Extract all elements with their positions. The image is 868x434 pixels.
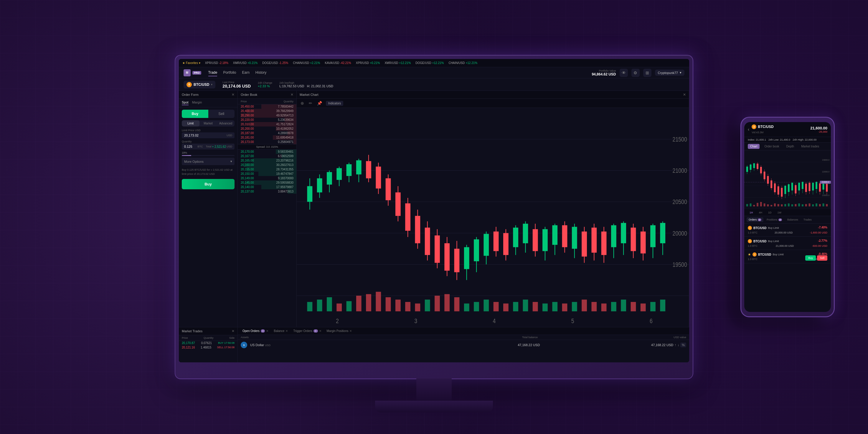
mobile-tab-orders[interactable]: Orders 3 <box>747 217 764 222</box>
balance-close[interactable]: ✕ <box>285 329 288 332</box>
ticker-item[interactable]: CHAIN/USD +12.21% <box>448 61 477 64</box>
mobile-tab-chart[interactable]: Chart <box>748 144 760 149</box>
limit-price-input[interactable]: 20,173.02 USD <box>182 133 235 138</box>
ob-sell-row[interactable]: 20,310.00 41.75172824 <box>238 122 297 126</box>
mobile-time-1w[interactable]: 1W <box>776 210 783 215</box>
market-trade-row[interactable]: 20,121.16 1.46815 SELL 17:56:08 <box>179 345 238 350</box>
ob-sell-row[interactable]: 20,181.00 11.69549418 <box>238 135 297 140</box>
market-trades-close[interactable]: ✕ <box>231 329 235 333</box>
mobile-time-1d[interactable]: 1D <box>766 210 773 215</box>
ob-qty: 10.41982052 <box>276 127 293 130</box>
svg-rect-83 <box>327 297 332 311</box>
ob-buy-row[interactable]: 20,150.00 19.46747847 <box>238 172 297 176</box>
mobile-tab-trades[interactable]: Trades <box>801 217 814 222</box>
tab-advanced[interactable]: Advanced <box>217 120 235 126</box>
place-order-button[interactable]: Buy <box>182 179 235 189</box>
nav-link-trade[interactable]: Trade <box>208 69 217 76</box>
ob-buy-row[interactable]: 20,167.00 6.59652599 <box>238 154 297 158</box>
svg-rect-58 <box>552 225 557 245</box>
draw-icon[interactable]: ✏ <box>308 100 313 107</box>
ticker-item[interactable]: DOGE/USD +12.21% <box>415 61 444 64</box>
mobile-time-1h[interactable]: 1H <box>748 210 755 215</box>
mobile-back-button[interactable]: ‹ <box>748 127 749 132</box>
settings-icon-btn[interactable]: ⚙ <box>631 69 640 77</box>
chart-title: Market Chart <box>300 93 318 96</box>
down-arrow-icon[interactable]: ↓ <box>677 343 679 347</box>
pair-selector[interactable]: ₿ BTC/USD ▾ <box>184 81 215 88</box>
annotate-icon[interactable]: 📌 <box>316 100 323 107</box>
ticker-change: +12.21% <box>399 61 411 64</box>
market-trade-row[interactable]: 20,170.87 0.07621 BUY 17:56:08 <box>179 341 238 345</box>
user-badge[interactable]: Cryptopunk77 ▾ <box>655 69 685 76</box>
up-arrow-icon[interactable]: ↑ <box>675 343 676 347</box>
mobile-order-item: ₿ BTC/USD Buy Limit -2.77% 1.0 BTC 21,00… <box>744 237 831 250</box>
ticker-item[interactable]: XPR/USD +0.21% <box>356 61 380 64</box>
tab-market[interactable]: Market <box>199 120 217 126</box>
ob-buy-row[interactable]: 20,137.00 3.88473913 <box>238 189 297 194</box>
order-form-close[interactable]: ✕ <box>231 93 235 97</box>
ticker-item[interactable]: CHAIN/USD +2.21% <box>293 61 320 64</box>
mobile-buy-button[interactable]: Buy <box>805 255 816 261</box>
quantity-slider[interactable]: 18% <box>182 151 235 156</box>
order-book-close[interactable]: ✕ <box>290 93 293 97</box>
ob-buy-row[interactable]: 20,149.00 9.18370000 <box>238 176 297 180</box>
favorites-button[interactable]: ★ Favorites ▾ <box>182 61 200 64</box>
ticker-item[interactable]: XMR/USD +0.21% <box>233 61 257 64</box>
mobile-tab-balances[interactable]: Balances <box>785 217 800 222</box>
mt-qty: 1.46815 <box>200 346 211 349</box>
ticker-item[interactable]: DOGE/USD -1.25% <box>262 61 288 64</box>
ob-buy-row[interactable]: 20,160.00 30.26027613 <box>238 163 297 167</box>
order-star-icon: ★ <box>748 252 751 257</box>
grid-icon-btn[interactable]: ⊞ <box>643 69 651 77</box>
trigger-orders-close[interactable]: ✕ <box>319 329 321 332</box>
tab-open-orders[interactable]: Open Orders 3 ✕ <box>240 328 271 334</box>
crosshair-icon[interactable]: ⊕ <box>300 100 305 107</box>
ob-buy-row[interactable]: 20,145.00 29.59558830 <box>238 180 297 185</box>
ob-buy-row[interactable]: 20,165.00 23.20798216 <box>238 158 297 163</box>
ob-sell-row[interactable]: 20,200.00 10.41982052 <box>238 126 297 131</box>
ob-sell-row[interactable]: 20,220.00 5.23639634 <box>238 118 297 122</box>
tab-limit[interactable]: Limit <box>182 120 199 126</box>
svg-rect-92 <box>415 303 421 311</box>
svg-rect-150 <box>774 183 776 192</box>
ob-buy-row[interactable]: 20,140.00 17.95979887 <box>238 185 297 189</box>
sell-button[interactable]: Sell <box>208 110 235 118</box>
ob-buy-row[interactable]: 20,155.00 28.73431355 <box>238 167 297 172</box>
tab-balance[interactable]: Balance ✕ <box>271 328 290 334</box>
mobile-tab-positions[interactable]: Positions 2 <box>765 217 784 222</box>
mobile-tab-market-trades[interactable]: Market trades <box>799 144 822 149</box>
ticker-pair: CHAIN/USD <box>448 61 465 64</box>
mobile-tab-orderbook[interactable]: Order book <box>762 144 781 149</box>
tab-margin[interactable]: Margin <box>192 100 202 105</box>
ob-sell-row[interactable]: 20,173.00 0.25804971 <box>238 140 297 144</box>
nav-logo[interactable]: M PRO <box>184 69 201 76</box>
ob-sell-row[interactable]: 20,450.00 7.78583442 <box>238 105 297 109</box>
tab-margin-positions[interactable]: Margin Positions ✕ <box>324 328 354 334</box>
mobile-time-4h[interactable]: 4H <box>757 210 764 215</box>
ticker-item[interactable]: KAVA/USD -42.21% <box>325 61 351 64</box>
ob-sell-row[interactable]: 20,187.00 4.28909978 <box>238 131 297 135</box>
nav-link-portfolio[interactable]: Portfolio <box>223 69 236 76</box>
ticker-item[interactable]: XPR/USD -2.18% <box>205 61 228 64</box>
nav-link-history[interactable]: History <box>255 69 266 76</box>
ticker-item[interactable]: XMR/USD +12.21% <box>384 61 411 64</box>
more-options-button[interactable]: More Options ▾ <box>182 158 235 165</box>
open-orders-close[interactable]: ✕ <box>266 329 269 332</box>
display-icon-btn[interactable]: 👁 <box>620 69 628 77</box>
mobile-order-item: ₿ BTC/USD Buy Limit -7.40% 1.0 BTC 20,00… <box>744 224 831 237</box>
tab-trigger-orders[interactable]: Trigger Orders 0 ✕ <box>291 328 323 334</box>
tab-spot[interactable]: Spot <box>182 100 189 105</box>
mobile-tab-depth[interactable]: Depth <box>784 144 797 149</box>
chart-close[interactable]: ✕ <box>683 93 686 97</box>
ob-buy-row[interactable]: 20,170.00 9.58339481 <box>238 149 297 154</box>
buy-button[interactable]: Buy <box>182 110 208 118</box>
svg-rect-18 <box>356 161 362 175</box>
quantity-input[interactable]: 0.125 BTC Total + 2,521.62 USD <box>182 144 235 149</box>
mobile-sell-button[interactable]: Sell <box>817 255 827 261</box>
percent-toggle[interactable]: % <box>680 343 686 347</box>
nav-link-earn[interactable]: Earn <box>242 69 249 76</box>
margin-positions-close[interactable]: ✕ <box>349 329 352 332</box>
ob-sell-row[interactable]: 20,400.00 39.76629949 <box>238 109 297 113</box>
indicators-button[interactable]: Indicators <box>326 101 343 106</box>
ob-sell-row[interactable]: 20,290.00 49.92954713 <box>238 113 297 118</box>
